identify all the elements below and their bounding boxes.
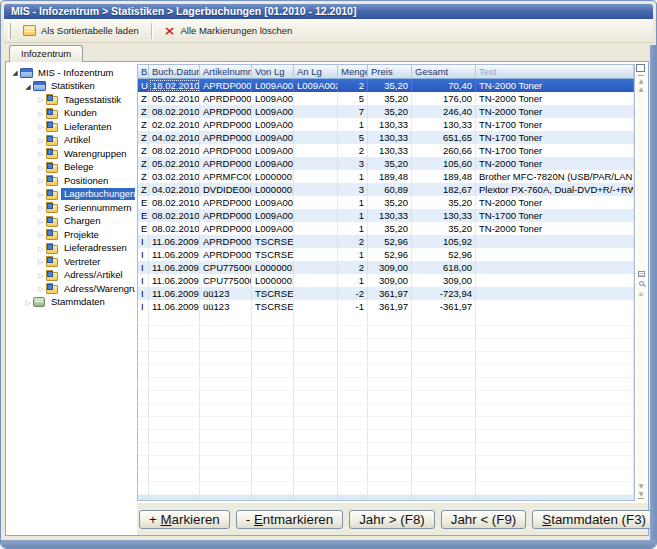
- jahr-f9-button[interactable]: Jahr < (F9): [441, 510, 527, 529]
- tree-item-positionen[interactable]: ▷Positionen: [6, 174, 135, 188]
- tree-item-adress-warengruppen[interactable]: ▷Adress/Warengruppen: [6, 282, 135, 296]
- empty-cell: [476, 378, 634, 391]
- tree-item-tagesstatistik[interactable]: ▷Tagesstatistik: [6, 93, 135, 107]
- search-icon[interactable]: [639, 281, 644, 286]
- expander-closed-icon[interactable]: ▷: [36, 228, 46, 241]
- table-row[interactable]: U18.02.2010APRDP00001L009A001L009A002235…: [138, 79, 634, 92]
- cell-article: APRDP00001: [200, 196, 252, 209]
- tree-item-statistiken[interactable]: ◢Statistiken: [6, 80, 135, 94]
- expander-closed-icon[interactable]: ▷: [36, 161, 46, 174]
- table-row[interactable]: Z04.02.2010 /DoDVDIDE00016L0000001360,89…: [138, 183, 634, 196]
- tree-item-lieferanten[interactable]: ▷Lieferanten: [6, 120, 135, 134]
- column-options-icon[interactable]: [637, 65, 645, 72]
- cell-qty: 1: [338, 118, 368, 131]
- tree-item-lieferadressen[interactable]: ▷Lieferadressen: [6, 242, 135, 256]
- tree-item-kunden[interactable]: ▷Kunden: [6, 107, 135, 121]
- tree-item-adress-artikel[interactable]: ▷Adress/Artikel: [6, 269, 135, 283]
- expander-closed-icon[interactable]: ▷: [36, 147, 46, 160]
- table-row[interactable]: Z02.02.2010 /DiAPRDP00002L009A0011130,33…: [138, 118, 634, 131]
- stammdaten-f3-button[interactable]: Stammdaten (F3): [532, 510, 656, 529]
- scroll-top-arrow-icon[interactable]: ▲: [639, 77, 644, 85]
- expander-closed-icon[interactable]: ▷: [36, 188, 46, 201]
- table-body: U18.02.2010APRDP00001L009A001L009A002235…: [138, 79, 634, 501]
- column-header-an-lg[interactable]: An Lg: [294, 65, 338, 79]
- expander-closed-icon[interactable]: ▷: [36, 242, 46, 255]
- table-row[interactable]: Z08.02.2010 /MoAPRDP00002L009A0012130,33…: [138, 144, 634, 157]
- column-header-artikelnummer[interactable]: Artikelnummer: [200, 65, 252, 79]
- expander-closed-icon[interactable]: ▷: [23, 296, 33, 309]
- table-row[interactable]: I11.06.2009 /Doüü123TSCRSE03-1361,97-361…: [138, 300, 634, 313]
- clear-marks-button[interactable]: × Alle Markierungen löschen: [157, 21, 300, 41]
- tree-item-seriennummern[interactable]: ▷Seriennummern: [6, 201, 135, 215]
- expander-closed-icon[interactable]: ▷: [36, 93, 46, 106]
- table-row[interactable]: I11.06.2009 /DoCPU77500007L00000012309,0…: [138, 261, 634, 274]
- tree-item-mis-infozentrum[interactable]: ◢MIS - Infozentrum: [6, 66, 135, 80]
- table-row[interactable]: I11.06.2009 /Doüü123TSCRSE03-2361,97-723…: [138, 287, 634, 300]
- expander-closed-icon[interactable]: ▷: [36, 201, 46, 214]
- table-row[interactable]: Z05.02.2010 /FrAPRDP00003L009A002335,201…: [138, 157, 634, 170]
- expander-open-icon[interactable]: ◢: [10, 66, 20, 79]
- filter-icon[interactable]: ≡: [638, 290, 643, 298]
- table-row[interactable]: I11.06.2009 /DoAPRDP00004TSCRSE02252,961…: [138, 235, 634, 248]
- tree-item-belege[interactable]: ▷Belege: [6, 161, 135, 175]
- folder-icon: [46, 256, 61, 267]
- empty-cell: [368, 339, 412, 352]
- cell-date: 08.02.2010 /Mo: [149, 196, 200, 209]
- empty-cell: [338, 482, 368, 495]
- scroll-bottom-icon[interactable]: [638, 498, 644, 499]
- scroll-top-icon[interactable]: [638, 75, 644, 76]
- table-row[interactable]: Z03.02.2010 /MiAPRMFC00001L00000011189,4…: [138, 170, 634, 183]
- table-row[interactable]: Z04.02.2010 /DoAPRDP00002L009A0015130,33…: [138, 131, 634, 144]
- column-header-von-lg[interactable]: Von Lg: [252, 65, 294, 79]
- column-header-text[interactable]: Text: [476, 65, 634, 79]
- table-row[interactable]: E08.02.2010 /MoAPRDP00002L009A0011130,33…: [138, 209, 634, 222]
- scroll-down-icon[interactable]: ▼: [639, 482, 644, 490]
- toolbar-grip[interactable]: [8, 23, 11, 39]
- expander-closed-icon[interactable]: ▷: [36, 174, 46, 187]
- table-row[interactable]: E08.02.2010 /MoAPRDP00001L009A002135,203…: [138, 196, 634, 209]
- row-view-icon[interactable]: [638, 271, 645, 277]
- scroll-bottom-arrow-icon[interactable]: ▼: [639, 490, 644, 498]
- cell-flag: I: [138, 300, 149, 313]
- jahr-f8-button[interactable]: Jahr > (F8): [349, 510, 435, 529]
- expander-closed-icon[interactable]: ▷: [36, 120, 46, 133]
- entmarkieren-button[interactable]: - Entmarkieren: [236, 510, 343, 529]
- load-sort-table-button[interactable]: Als Sortiertabelle laden: [16, 21, 146, 41]
- markieren-button[interactable]: + Markieren: [139, 510, 230, 529]
- column-header-b[interactable]: B: [138, 65, 149, 79]
- tree-item-vertreter[interactable]: ▷Vertreter: [6, 255, 135, 269]
- empty-cell: [149, 417, 200, 430]
- tree-item-projekte[interactable]: ▷Projekte: [6, 228, 135, 242]
- expander-open-icon[interactable]: ◢: [23, 80, 33, 93]
- tree-item-warengruppen[interactable]: ▷Warengruppen: [6, 147, 135, 161]
- scroll-up-icon[interactable]: ▲: [639, 85, 644, 93]
- expander-closed-icon[interactable]: ▷: [36, 282, 46, 295]
- table-row[interactable]: I11.06.2009 /DoCPU77500007L00000011309,0…: [138, 274, 634, 287]
- cell-flag: E: [138, 196, 149, 209]
- column-header-menge[interactable]: Menge: [338, 65, 368, 79]
- tree-item-artikel[interactable]: ▷Artikel: [6, 134, 135, 148]
- table-row[interactable]: E08.02.2010 /MoAPRDP00003L009A002135,203…: [138, 222, 634, 235]
- cell-flag: Z: [138, 144, 149, 157]
- empty-cell: [368, 391, 412, 404]
- tree-item-stammdaten[interactable]: ▷Stammdaten: [6, 296, 135, 310]
- expander-closed-icon[interactable]: ▷: [36, 134, 46, 147]
- tab-infozentrum[interactable]: Infozentrum: [9, 45, 83, 62]
- column-header-gesamt[interactable]: Gesamt: [412, 65, 476, 79]
- expander-closed-icon[interactable]: ▷: [36, 107, 46, 120]
- table-row[interactable]: Z08.02.2010 /MoAPRDP00001L009A002735,202…: [138, 105, 634, 118]
- expander-closed-icon[interactable]: ▷: [36, 269, 46, 282]
- empty-cell: [476, 495, 634, 501]
- cell-article: CPU77500007: [200, 261, 252, 274]
- expander-closed-icon[interactable]: ▷: [36, 215, 46, 228]
- column-header-buch-datum[interactable]: Buch.Datum: [149, 65, 200, 79]
- expander-closed-icon[interactable]: ▷: [36, 255, 46, 268]
- cell-date: 08.02.2010 /Mo: [149, 144, 200, 157]
- column-header-preis[interactable]: Preis: [368, 65, 412, 79]
- empty-cell: [294, 430, 338, 443]
- table-row[interactable]: Z05.02.2010 /FrAPRDP00001L009A002535,201…: [138, 92, 634, 105]
- table-row[interactable]: I11.06.2009 /DoAPRDP00004TSCRSE02152,965…: [138, 248, 634, 261]
- tree-item-lagerbuchungen[interactable]: ▷Lagerbuchungen: [6, 188, 135, 202]
- cell-price: 35,20: [368, 196, 412, 209]
- tree-item-chargen[interactable]: ▷Chargen: [6, 215, 135, 229]
